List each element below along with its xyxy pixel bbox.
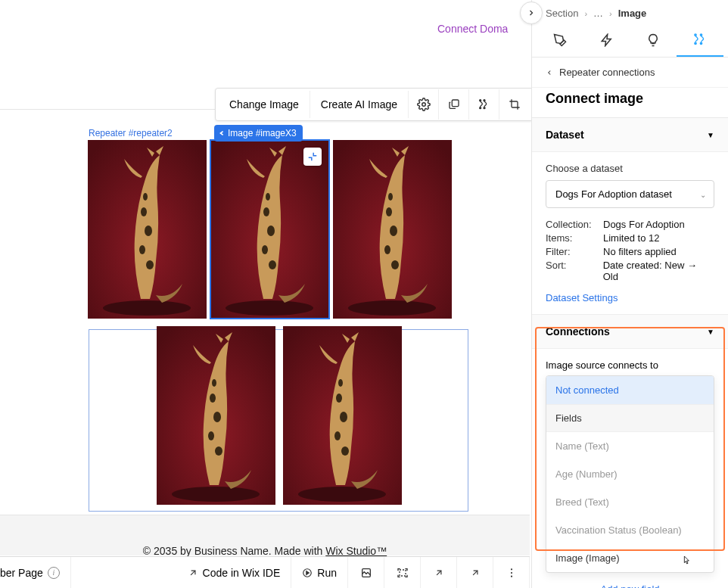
repeater-item[interactable] — [333, 140, 452, 319]
svg-point-37 — [340, 412, 347, 422]
crop-icon[interactable] — [499, 89, 530, 120]
svg-point-38 — [334, 431, 341, 440]
chevron-down-icon: ▼ — [707, 131, 714, 139]
dataset-section-header[interactable]: Dataset ▼ — [532, 118, 728, 152]
kv-key: Collection: — [546, 219, 597, 230]
svg-point-39 — [341, 446, 349, 456]
svg-point-21 — [348, 300, 436, 316]
chevron-right-icon: › — [584, 9, 587, 18]
svg-point-3 — [484, 107, 485, 109]
dataset-select[interactable]: Dogs For Adoption dataset ⌄ — [546, 180, 714, 208]
tab-design[interactable] — [537, 23, 583, 57]
kv-key: Items: — [546, 232, 597, 244]
add-new-field-button[interactable]: Add new field — [546, 573, 714, 588]
connects-to-label: Image source connects to — [546, 359, 658, 371]
svg-point-14 — [226, 300, 313, 316]
page-selector[interactable]: ber Page i — [0, 557, 71, 589]
repeater-grid[interactable] — [87, 139, 471, 506]
svg-point-46 — [510, 575, 512, 577]
tool-icon-1[interactable] — [348, 557, 384, 589]
collapse-icon[interactable] — [303, 148, 322, 166]
page-name: ber Page — [0, 567, 43, 579]
more-icon[interactable] — [493, 557, 530, 589]
dataset-section-label: Dataset — [546, 129, 584, 141]
svg-point-11 — [146, 260, 154, 269]
dataset-section: Choose a dataset Dogs For Adoption datas… — [532, 152, 728, 315]
dropdown-field-age[interactable]: Age (Number) — [546, 460, 714, 488]
svg-point-49 — [695, 34, 696, 36]
bottom-toolbar: ber Page i Code in Wix IDE Run — [0, 556, 530, 588]
svg-point-26 — [388, 193, 393, 201]
kv-val: Dogs For Adoption — [603, 219, 685, 230]
settings-icon[interactable] — [409, 89, 439, 120]
repeater-item[interactable] — [283, 326, 402, 505]
dropdown-field-vaccination[interactable]: Vaccination Status (Boolean) — [546, 516, 714, 544]
svg-point-19 — [266, 193, 270, 201]
info-icon[interactable]: i — [48, 567, 60, 579]
footer-copy: © 2035 by Business Name. Made with — [143, 545, 325, 557]
svg-point-25 — [391, 260, 399, 269]
svg-point-12 — [143, 193, 148, 201]
change-image-button[interactable]: Change Image — [219, 91, 310, 118]
panel-collapse-button[interactable] — [520, 2, 543, 24]
expand-icon[interactable] — [421, 557, 457, 589]
expand-icon-2[interactable] — [457, 557, 493, 589]
connections-section-label: Connections — [546, 325, 610, 338]
svg-rect-43 — [400, 570, 406, 576]
svg-point-31 — [208, 431, 214, 440]
dropdown-field-name[interactable]: Name (Text) — [546, 432, 714, 460]
svg-point-17 — [262, 245, 268, 254]
image-id-tag[interactable]: Image #imageX3 — [214, 125, 303, 142]
code-ide-button[interactable]: Code in Wix IDE — [177, 557, 292, 589]
kv-val: Limited to 12 — [603, 232, 659, 244]
svg-point-48 — [701, 42, 702, 44]
repeater-item-selected[interactable] — [210, 140, 329, 319]
data-icon[interactable] — [469, 89, 499, 120]
back-button[interactable]: Repeater connections — [532, 58, 728, 88]
breadcrumb[interactable]: Section › … › Image — [532, 0, 728, 23]
tab-data[interactable] — [677, 23, 723, 57]
repeater-item[interactable] — [88, 140, 207, 319]
svg-point-8 — [141, 207, 147, 216]
footer-text: © 2035 by Business Name. Made with Wix S… — [0, 545, 530, 557]
dataset-select-value: Dogs For Adoption dataset — [555, 188, 672, 200]
repeater-item[interactable] — [157, 326, 275, 505]
dropdown-field-breed[interactable]: Breed (Text) — [546, 488, 714, 516]
chevron-down-icon: ▼ — [707, 328, 714, 336]
svg-point-30 — [213, 412, 221, 422]
tab-interactions[interactable] — [630, 23, 677, 57]
svg-point-40 — [338, 379, 343, 387]
svg-point-9 — [145, 226, 152, 236]
tool-icon-2[interactable] — [384, 557, 421, 589]
code-ide-label: Code in Wix IDE — [203, 567, 281, 579]
svg-point-0 — [422, 103, 425, 107]
svg-point-32 — [215, 446, 222, 456]
svg-point-33 — [212, 379, 216, 387]
back-label: Repeater connections — [559, 67, 655, 78]
dataset-settings-link[interactable]: Dataset Settings — [546, 292, 618, 303]
svg-point-7 — [103, 300, 191, 316]
dropdown-option-not-connected[interactable]: Not connected — [546, 376, 714, 404]
svg-point-10 — [139, 245, 145, 254]
svg-point-16 — [267, 226, 275, 236]
breadcrumb-root[interactable]: Section — [546, 8, 578, 19]
panel-title: Connect image — [532, 88, 728, 118]
svg-point-15 — [263, 207, 269, 216]
kv-val: Date created: New → Old — [603, 260, 714, 282]
svg-point-45 — [510, 571, 512, 573]
kv-val: No filters applied — [603, 246, 677, 257]
breadcrumb-mid[interactable]: … — [593, 8, 603, 19]
svg-point-50 — [701, 34, 702, 36]
tab-animation[interactable] — [583, 23, 630, 57]
layers-icon[interactable] — [439, 89, 469, 120]
repeater-id-label: Repeater #repeater2 — [89, 128, 173, 138]
connections-section-header[interactable]: Connections ▼ — [532, 315, 728, 349]
svg-point-24 — [384, 245, 390, 254]
svg-point-47 — [695, 42, 696, 44]
svg-point-35 — [298, 487, 386, 502]
footer-link[interactable]: Wix Studio™ — [325, 545, 387, 557]
run-button[interactable]: Run — [291, 557, 348, 589]
image-source-dropdown[interactable]: Not connected Fields Name (Text) Age (Nu… — [546, 375, 714, 573]
create-ai-image-button[interactable]: Create AI Image — [310, 91, 409, 118]
panel-tabs — [532, 23, 728, 58]
